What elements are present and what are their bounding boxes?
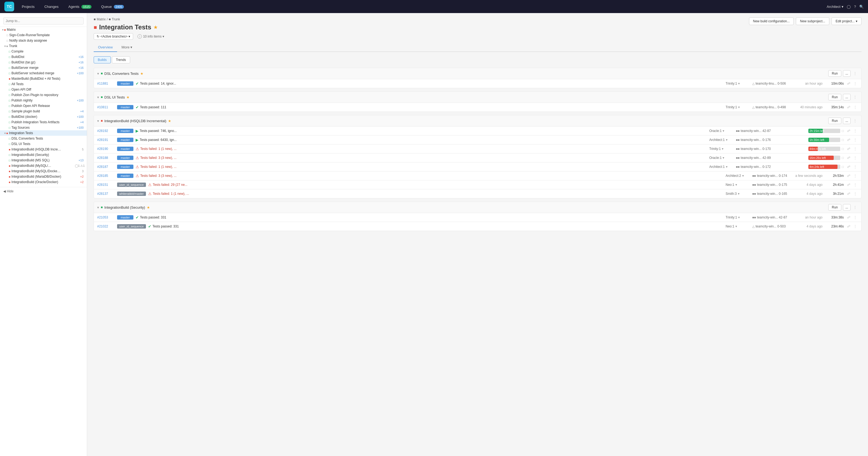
row-pin-icon[interactable]: ☍	[846, 128, 851, 133]
agent-expand-icon[interactable]: ▾	[738, 216, 740, 219]
agent-name[interactable]: Oracle:1	[709, 129, 721, 133]
more-button-ib-hsqldb-incremental[interactable]: ...	[843, 118, 850, 124]
build-branch[interactable]: master	[117, 165, 133, 169]
build-group-header-dsl-converters-tests[interactable]: ▾ ■ DSL Converters Tests ★ Run ... ⋮	[94, 68, 862, 79]
build-number[interactable]: #11881	[97, 82, 115, 86]
row-overflow-icon[interactable]: ⋮	[852, 173, 858, 178]
tab-more[interactable]: More ▾	[117, 43, 137, 52]
sidebar-item-builddist-docker[interactable]: □ BuildDist (docker) +100	[0, 114, 87, 120]
agent-expand-icon[interactable]: ▾	[726, 165, 727, 169]
row-pin-icon[interactable]: ☍	[846, 137, 851, 142]
build-branch[interactable]: master	[117, 156, 133, 160]
build-branch[interactable]: master	[117, 105, 133, 109]
row-pin-icon[interactable]: ☍	[846, 182, 851, 187]
sub-tab-trends[interactable]: Trends	[112, 56, 130, 63]
group-star[interactable]: ★	[140, 71, 144, 76]
stop-icon[interactable]: □	[842, 129, 844, 133]
sidebar-item-publish-nightly[interactable]: □ Publish nightly +100	[0, 98, 87, 103]
more-button-dsl-ui-tests[interactable]: ...	[843, 94, 850, 100]
nav-queue[interactable]: Queue 2405	[99, 4, 126, 10]
sidebar-item-compile[interactable]: □ Compile	[0, 49, 87, 54]
agent-expand-icon[interactable]: ▾	[742, 174, 744, 178]
agent-name[interactable]: Neo:1	[725, 224, 734, 228]
build-branch[interactable]: user_id_sequence	[117, 183, 146, 187]
group-overflow-icon[interactable]: ⋮	[852, 204, 858, 210]
agent-expand-icon[interactable]: ▾	[735, 224, 737, 228]
sidebar-item-buildserver-merge[interactable]: □ BuildServer merge +16	[0, 65, 87, 70]
row-pin-icon[interactable]: ☍	[846, 146, 851, 151]
help-icon[interactable]: ?	[854, 5, 856, 9]
sidebar-hide-button[interactable]: ◀ Hide	[0, 187, 87, 195]
row-overflow-icon[interactable]: ⋮	[852, 224, 858, 229]
build-branch[interactable]: whiterabbit/master	[117, 192, 146, 196]
search-icon[interactable]: 🔍	[859, 5, 864, 9]
more-button-dsl-converters-tests[interactable]: ...	[843, 70, 850, 77]
sidebar-item-publish-zion[interactable]: □ Publish Zion Plugin to repository	[0, 92, 87, 98]
build-number[interactable]: #28188	[97, 156, 115, 160]
agent-expand-icon[interactable]: ▾	[738, 82, 740, 86]
trunk-toggle[interactable]: ▾	[4, 44, 6, 47]
agent-name[interactable]: Smith:3	[725, 192, 737, 196]
build-number[interactable]: #21022	[97, 224, 115, 228]
build-branch[interactable]: master	[117, 173, 133, 178]
build-branch[interactable]: user_id_sequence	[117, 224, 146, 229]
nav-changes[interactable]: Changes	[42, 4, 61, 10]
sidebar-item-publish-open-api[interactable]: □ Publish Open API Release	[0, 103, 87, 108]
sidebar-search-input[interactable]	[3, 18, 84, 25]
sub-tab-builds[interactable]: Builds	[94, 56, 111, 63]
run-button-ib-hsqldb-incremental[interactable]: Run	[828, 118, 841, 124]
group-star[interactable]: ★	[168, 119, 171, 123]
sidebar-item-open-api-diff[interactable]: □ Open API Diff	[0, 87, 87, 92]
build-number[interactable]: #28187	[97, 165, 115, 169]
row-overflow-icon[interactable]: ⋮	[852, 191, 858, 196]
info-items-badge[interactable]: i 10 info items ▾	[137, 34, 164, 39]
stop-icon[interactable]: □	[842, 138, 844, 142]
build-number[interactable]: #28185	[97, 174, 115, 178]
edit-project-button[interactable]: Edit project... ▾	[832, 18, 862, 25]
agent-expand-icon[interactable]: ▾	[738, 105, 740, 109]
sidebar-item-ib-mariadb[interactable]: ■ IntegrationBuild (MariaDB/Docker) +2	[0, 174, 87, 179]
nav-agents[interactable]: Agents 1515	[66, 4, 94, 10]
breadcrumb-matrix[interactable]: Matrix	[97, 18, 106, 21]
group-star[interactable]: ★	[147, 205, 150, 209]
star-icon[interactable]: ★	[154, 25, 157, 30]
row-overflow-icon[interactable]: ⋮	[852, 146, 858, 151]
run-button-dsl-ui-tests[interactable]: Run	[828, 94, 841, 100]
agent-name[interactable]: Trinity:1	[725, 82, 737, 86]
sidebar-item-notify-slack[interactable]: □ Notify slack duty assignee	[0, 38, 87, 43]
build-number[interactable]: #28151	[97, 183, 115, 187]
agent-expand-icon[interactable]: ▾	[735, 183, 737, 187]
breadcrumb-trunk[interactable]: Trunk	[112, 18, 120, 21]
stop-icon[interactable]: □	[842, 147, 844, 151]
build-number[interactable]: #28191	[97, 138, 115, 142]
row-overflow-icon[interactable]: ⋮	[852, 164, 858, 169]
branch-filter[interactable]: ↻ <Active branches> ▾	[94, 33, 133, 40]
sidebar-item-ib-mssql[interactable]: □ IntegrationBuild (MS SQL) +13	[0, 158, 87, 163]
sidebar-item-sign-code[interactable]: □ Sign-Code-RunnerTemplate	[0, 32, 87, 38]
row-overflow-icon[interactable]: ⋮	[852, 128, 858, 133]
sidebar-item-tag-sources[interactable]: □ Tag Sources +100	[0, 125, 87, 130]
sidebar-item-integration-tests[interactable]: ▾ ■ Integration Tests	[0, 130, 87, 136]
agent-expand-icon[interactable]: ▾	[726, 138, 727, 142]
row-overflow-icon[interactable]: ⋮	[852, 215, 858, 220]
sidebar-item-matrix[interactable]: ▾ ■ Matrix	[0, 27, 87, 32]
agent-name[interactable]: Trinity:1	[725, 105, 737, 109]
sidebar-item-publish-it-artifacts[interactable]: □ Publish Integration Tests Artifacts +4	[0, 120, 87, 125]
row-pin-icon[interactable]: ☍	[846, 81, 851, 86]
new-subproject-button[interactable]: New subproject...	[796, 18, 829, 25]
row-pin-icon[interactable]: ☍	[846, 224, 851, 229]
agent-name[interactable]: Architect:2	[725, 174, 741, 178]
agent-expand-icon[interactable]: ▾	[722, 147, 723, 151]
build-number[interactable]: #28137	[97, 192, 115, 196]
matrix-toggle[interactable]: ▾	[2, 28, 4, 31]
sidebar-item-dsl-converters[interactable]: □ DSL Converters Tests	[0, 136, 87, 141]
build-number[interactable]: #21053	[97, 216, 115, 219]
sidebar-item-ib-security[interactable]: □ IntegrationBuild (Security)	[0, 152, 87, 158]
sidebar-item-ib-oracle[interactable]: ■ IntegrationBuild (Oracle/Docker) +2	[0, 179, 87, 185]
row-pin-icon[interactable]: ☍	[846, 105, 851, 110]
agent-expand-icon[interactable]: ▾	[723, 129, 724, 133]
sidebar-item-buildserver-sched[interactable]: □ BuildServer scheduled merge +100	[0, 70, 87, 76]
row-pin-icon[interactable]: ☍	[846, 164, 851, 169]
row-overflow-icon[interactable]: ⋮	[852, 155, 858, 160]
build-branch[interactable]: master	[117, 215, 133, 220]
